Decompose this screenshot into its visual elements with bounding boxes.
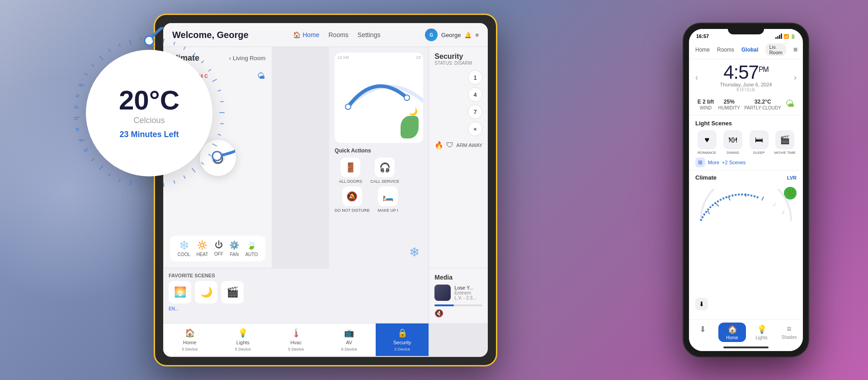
signal-bar-2	[777, 36, 778, 39]
tick-mark-7	[85, 73, 88, 76]
ctrl-heat[interactable]: 🔆 HEAT	[196, 240, 208, 257]
wind-value: E 2 bft	[698, 99, 714, 105]
tick-mark-29	[201, 162, 204, 165]
ctrl-cool[interactable]: ❄️ COOL	[178, 240, 190, 257]
lights-tab-icon: 💡	[238, 328, 248, 338]
tick-mark-33	[162, 181, 164, 187]
scene-romance[interactable]: ♥ ROMANCE	[695, 130, 719, 155]
phone-down-button[interactable]: ⬇	[695, 298, 708, 310]
volume-slider[interactable]	[434, 304, 482, 306]
phone-tab-shades[interactable]: ≡ Shades	[775, 323, 803, 342]
moon-icon: 🌙	[409, 107, 418, 116]
qa-makeup[interactable]: 🛏️ MAKE UP I	[372, 186, 404, 213]
ctrl-fan[interactable]: ⚙️ FAN	[229, 240, 239, 257]
tick-mark-38	[108, 173, 111, 177]
down-arrow-icon: ⬇	[699, 324, 706, 334]
weather-temp-value: 32.2°C	[755, 99, 771, 105]
tablet-bottom-nav: 🏠 Home 5 Device 💡 Lights 5 Device 🌡️ Hva…	[163, 323, 429, 356]
phone-shades-tab-label: Shades	[782, 335, 797, 340]
phone-hamburger-icon[interactable]: ≡	[793, 46, 797, 54]
qa-all-doors[interactable]: 🚪 ALL DOORS	[335, 157, 366, 184]
thermostat-ring: /* ticks rendered below */ 20°C Celcious…	[63, 27, 235, 199]
scene-dining[interactable]: 🍽 DINING	[722, 130, 745, 155]
time-label-2: 23	[416, 55, 420, 60]
security-status-row: STATUS: DISARM	[434, 61, 482, 66]
phone-climate-title: Climate	[695, 174, 717, 181]
phone-scenes-title: Light Scenes	[695, 120, 797, 127]
scene-movie-time[interactable]: 🎬 MOVIE TIME	[774, 130, 797, 155]
phone-nav-home[interactable]: Home	[695, 47, 710, 53]
tab-av[interactable]: 📺 AV 6 Device	[322, 323, 375, 356]
sec-btn-1[interactable]: 1	[468, 70, 482, 85]
grid-icon: ⊞	[695, 157, 705, 167]
phone-time-status: 16:57	[696, 33, 709, 39]
svg-point-1	[404, 95, 410, 100]
tick-mark-27	[212, 143, 217, 147]
snowflake-decoration: ❄	[409, 245, 420, 260]
bed-icon: 🛏️	[378, 186, 398, 206]
more-scenes-link[interactable]: ⊞ More +2 Scenes	[695, 157, 797, 167]
phone-am-pm: PM	[759, 66, 769, 73]
sec-btn-4[interactable]: 4	[468, 87, 482, 102]
phone-scenes-grid: ♥ ROMANCE 🍽 DINING 🛏 SLEEP 🎬 MOVIE TIME	[695, 130, 797, 155]
tablet-nav-rooms[interactable]: Rooms	[329, 31, 349, 38]
tick-mark-13	[141, 38, 142, 41]
phone-nav-rooms[interactable]: Rooms	[717, 47, 734, 53]
tab-home-label: Home	[183, 340, 196, 345]
tab-security[interactable]: 🔒 Security 3 Device	[376, 323, 429, 356]
sec-btn-x[interactable]: ×	[468, 122, 482, 136]
dining-icon: 🍽	[723, 130, 742, 149]
phone-nav-global[interactable]: Global	[741, 47, 758, 53]
scene-2[interactable]: 🌙	[195, 281, 217, 304]
tab-lights[interactable]: 💡 Lights 5 Device	[216, 323, 269, 356]
svg-line-7	[728, 197, 730, 200]
phone-tab-lights[interactable]: 💡 Lights	[748, 323, 775, 342]
target-temp-indicator: 🌤	[257, 71, 265, 81]
notification-icon[interactable]: 🔔	[464, 32, 472, 38]
phone-room-badge[interactable]: Liv. Room	[765, 43, 786, 56]
tab-hvac[interactable]: 🌡️ Hvac 5 Device	[269, 323, 322, 356]
ctrl-auto[interactable]: 🍃 AUTO	[245, 240, 258, 257]
weather-wind: E 2 bft WIND	[698, 99, 714, 110]
phone-time-section: ‹ 4:57PM Thursday, June 6, 2024 KIFISIA …	[689, 59, 803, 96]
tab-hvac-sub: 5 Device	[288, 347, 304, 352]
tab-security-label: Security	[393, 340, 411, 345]
scene-1[interactable]: 🌅	[169, 281, 191, 304]
media-panel: Media Lose Y... Eminem L.V. - 2:3...	[429, 268, 488, 323]
home-phone-icon: 🏠	[727, 324, 737, 334]
tick-mark-15	[162, 38, 164, 44]
qa-dnd-label: DO NOT DISTURB	[335, 208, 369, 213]
ctrl-off[interactable]: ⏻ OFF	[214, 240, 223, 257]
scene-sleep[interactable]: 🛏 SLEEP	[747, 130, 771, 155]
scenes-more-link[interactable]: EN...	[169, 306, 324, 311]
tab-av-label: AV	[346, 340, 352, 345]
scenes-panel: FAVORITE SCENES 🌅 🌙 🎬 EN...	[163, 268, 329, 323]
phone-tab-down[interactable]: ⬇	[689, 323, 717, 342]
tick-mark-14	[152, 37, 153, 41]
tick-mark-43	[76, 129, 80, 131]
media-item: Lose Y... Eminem L.V. - 2:3...	[434, 285, 482, 301]
sec-btn-7[interactable]: 7	[468, 104, 482, 119]
qa-dnd[interactable]: 🔕 DO NOT DISTURB	[335, 186, 369, 213]
tab-home[interactable]: 🏠 Home 5 Device	[163, 323, 216, 356]
media-info-area: Lose Y... Eminem L.V. - 2:3...	[454, 285, 476, 300]
tab-lights-label: Lights	[236, 340, 250, 345]
sec-row-3: 7	[434, 104, 482, 119]
signal-bars	[775, 33, 782, 39]
tablet-nav: 🏠 Home Rooms Settings	[293, 31, 380, 38]
scene-3[interactable]: 🎬	[221, 281, 244, 304]
tick-mark-12	[129, 39, 132, 45]
menu-icon[interactable]: ≡	[475, 32, 479, 38]
phone-chevron-right[interactable]: ›	[794, 73, 797, 82]
tick-mark-23	[220, 101, 224, 102]
tablet-nav-settings[interactable]: Settings	[358, 31, 381, 38]
timer-label: 23 Minutes Left	[119, 130, 179, 139]
phone-tab-home[interactable]: 🏠 Home	[718, 323, 746, 342]
romance-label: ROMANCE	[698, 151, 716, 155]
tab-home-sub: 5 Device	[182, 347, 198, 352]
tablet-nav-home[interactable]: 🏠 Home	[293, 31, 319, 38]
signal-bar-1	[775, 37, 777, 39]
phone-home-indicator	[723, 347, 769, 348]
tick-mark-21	[212, 79, 217, 82]
qa-call-service[interactable]: 🎧 CALL SERVICE	[369, 157, 401, 184]
